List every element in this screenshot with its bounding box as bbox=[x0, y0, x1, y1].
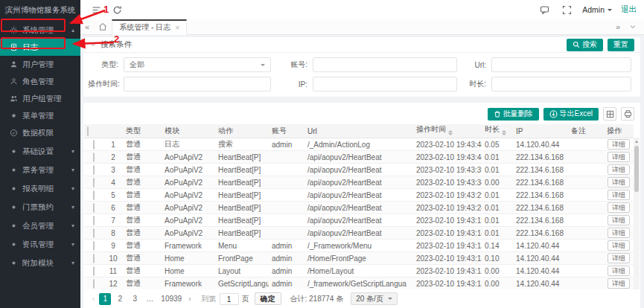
scrollbar-thumb[interactable] bbox=[634, 146, 639, 192]
row-checkbox[interactable] bbox=[93, 216, 95, 225]
cell-url: /Home/FrontPage bbox=[305, 252, 413, 265]
scroll-up-icon[interactable]: ▴ bbox=[634, 138, 640, 144]
detail-button[interactable]: 详细 bbox=[608, 164, 630, 175]
export-excel-button[interactable]: 导出Excel bbox=[543, 108, 599, 121]
sidebar-item[interactable]: 菜单管理 bbox=[0, 107, 80, 124]
next-page-button[interactable]: › bbox=[187, 295, 192, 303]
row-checkbox[interactable] bbox=[93, 178, 95, 187]
tab-system-log[interactable]: 系统管理 - 日志 × bbox=[112, 19, 187, 35]
url-input[interactable] bbox=[491, 57, 631, 72]
row-checkbox[interactable] bbox=[93, 190, 95, 200]
row-checkbox[interactable] bbox=[93, 140, 95, 150]
sidebar-item[interactable]: 门票预约▾ bbox=[0, 199, 80, 216]
row-checkbox[interactable] bbox=[93, 254, 95, 263]
confirm-button[interactable]: 确定 bbox=[255, 292, 281, 305]
tab-menu-icon[interactable] bbox=[625, 23, 641, 31]
sidebar-item[interactable]: 报表明细▾ bbox=[0, 180, 80, 197]
detail-button[interactable]: 详细 bbox=[608, 152, 630, 162]
refresh-icon[interactable] bbox=[110, 3, 124, 16]
cell-module: AoPuApiV2 bbox=[162, 164, 215, 176]
cell-ip: 222.134.6.168 bbox=[513, 151, 568, 164]
sidebar-item[interactable]: 数据权限 bbox=[0, 124, 80, 141]
detail-button[interactable]: 详细 bbox=[608, 266, 630, 276]
detail-button[interactable]: 详细 bbox=[608, 202, 630, 213]
type-select[interactable]: 全部 bbox=[124, 57, 271, 72]
sort-icons[interactable] bbox=[448, 128, 453, 138]
collapse-tabs-icon[interactable]: « bbox=[80, 22, 94, 31]
batch-delete-button[interactable]: 批量删除 bbox=[488, 108, 539, 121]
sidebar-item[interactable]: 用户组管理 bbox=[0, 90, 80, 107]
row-checkbox[interactable] bbox=[93, 279, 95, 289]
page-button-1[interactable]: 1 bbox=[99, 293, 111, 305]
sidebar-item[interactable]: 系统管理▴ bbox=[0, 22, 80, 39]
filter-label-type: 类型: bbox=[88, 60, 124, 70]
goto-label: 到第 bbox=[202, 294, 217, 304]
page-button-2[interactable]: 2 bbox=[114, 293, 126, 305]
page-size-select[interactable]: 20 条/页 bbox=[351, 292, 398, 305]
menu-toggle-icon[interactable] bbox=[89, 3, 103, 16]
sidebar-item[interactable]: 附加模块▾ bbox=[0, 254, 80, 272]
columns-button[interactable] bbox=[603, 107, 616, 121]
cell-operation: 详细 bbox=[604, 202, 634, 214]
sidebar-item[interactable]: 资讯管理▾ bbox=[0, 236, 80, 253]
account-input[interactable] bbox=[313, 57, 457, 72]
sidebar-item[interactable]: 日志 bbox=[0, 39, 80, 56]
fullscreen-icon[interactable] bbox=[560, 3, 573, 16]
duration-input[interactable] bbox=[491, 77, 631, 92]
table-row: 8普通AoPuApiV2HeartBeat[P]/api/aopuv2/Hear… bbox=[84, 227, 634, 240]
log-icon bbox=[9, 43, 18, 52]
search-button[interactable]: 搜索 bbox=[567, 39, 603, 51]
detail-button[interactable]: 详细 bbox=[608, 139, 630, 150]
page-button-3[interactable]: 3 bbox=[129, 293, 141, 305]
home-icon[interactable] bbox=[94, 22, 112, 31]
header-类型: 类型 bbox=[123, 124, 162, 138]
cell-time: 2023-02-10 19:43:44 bbox=[413, 151, 482, 164]
row-index: 9 bbox=[103, 240, 123, 252]
row-checkbox[interactable] bbox=[93, 266, 95, 276]
table-scrollbar[interactable]: ▴ bbox=[634, 138, 640, 289]
logout-link[interactable]: 退出 bbox=[621, 4, 637, 15]
cell-remark bbox=[568, 214, 604, 227]
expand-tabs-icon[interactable]: » bbox=[611, 22, 625, 31]
row-checkbox-cell bbox=[84, 227, 103, 240]
page-button-10939[interactable]: 10939 bbox=[159, 293, 184, 305]
row-checkbox[interactable] bbox=[93, 228, 95, 238]
select-all-checkbox[interactable] bbox=[87, 126, 89, 136]
header-备注: 备注 bbox=[568, 124, 604, 138]
detail-button[interactable]: 详细 bbox=[608, 253, 630, 263]
ip-input[interactable] bbox=[313, 77, 457, 92]
cell-action: HeartBeat[P] bbox=[215, 202, 269, 214]
chevron-down-icon[interactable] bbox=[89, 41, 97, 48]
detail-button[interactable]: 详细 bbox=[608, 228, 630, 238]
close-icon[interactable]: × bbox=[175, 23, 179, 32]
detail-button[interactable]: 详细 bbox=[608, 177, 630, 187]
row-checkbox[interactable] bbox=[93, 165, 95, 175]
detail-button[interactable]: 详细 bbox=[608, 240, 630, 251]
prev-page-button[interactable]: ‹ bbox=[91, 295, 96, 303]
row-checkbox[interactable] bbox=[93, 241, 95, 251]
sidebar-item[interactable]: 票务管理▾ bbox=[0, 161, 80, 179]
cell-time: 2023-02-10 19:43:24 bbox=[413, 202, 482, 214]
user-menu[interactable]: Admin bbox=[582, 5, 612, 14]
sidebar-item[interactable]: 基础设置▾ bbox=[0, 143, 80, 160]
goto-page-input[interactable]: 1 bbox=[220, 293, 239, 305]
sidebar-item[interactable]: 用户管理 bbox=[0, 56, 80, 73]
dot-icon bbox=[9, 203, 18, 212]
cell-time: 2023-02-10 19:43:13 bbox=[413, 240, 482, 252]
cell-duration: 0.00 bbox=[482, 277, 513, 290]
sort-icons[interactable] bbox=[502, 128, 506, 138]
row-checkbox[interactable] bbox=[93, 203, 95, 213]
row-checkbox[interactable] bbox=[93, 153, 95, 162]
operation-time-input[interactable] bbox=[124, 77, 271, 92]
reset-button[interactable]: 重置 bbox=[608, 39, 634, 51]
sidebar-item[interactable]: 角色管理 bbox=[0, 73, 80, 90]
detail-button[interactable]: 详细 bbox=[608, 278, 630, 289]
sidebar-item-label: 日志 bbox=[22, 42, 74, 53]
sidebar-item[interactable]: 会员管理▾ bbox=[0, 217, 80, 234]
print-button[interactable] bbox=[621, 107, 634, 121]
table-wrap: 类型模块动作账号Url操作时间时长IP备注操作1普通日志搜索admin/_Adm… bbox=[84, 124, 640, 289]
detail-button[interactable]: 详细 bbox=[608, 215, 630, 225]
detail-button[interactable]: 详细 bbox=[608, 190, 630, 200]
message-icon[interactable] bbox=[538, 3, 551, 16]
search-panel-header: 搜索条件 搜索 重置 bbox=[83, 37, 640, 53]
